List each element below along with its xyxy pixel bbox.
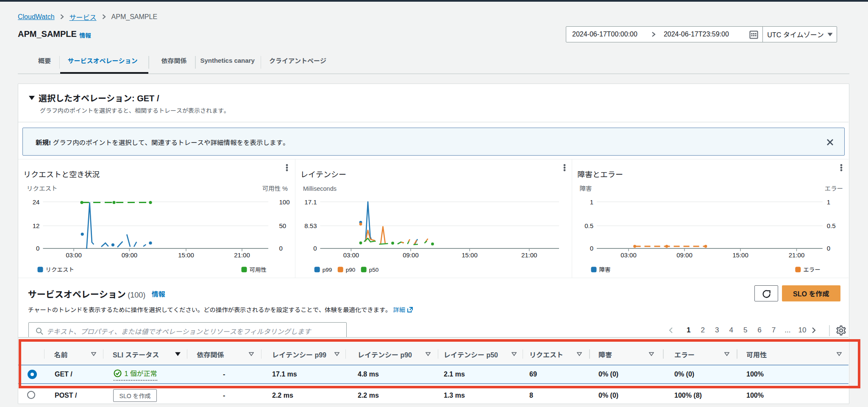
svg-text:0: 0: [36, 245, 39, 252]
svg-text:12: 12: [33, 222, 40, 229]
svg-text:21:00: 21:00: [789, 251, 805, 259]
svg-text:15:00: 15:00: [178, 251, 194, 259]
svg-text:0: 0: [590, 245, 593, 252]
svg-text:100: 100: [279, 198, 290, 206]
svg-text:リクエスト: リクエスト: [27, 185, 58, 192]
svg-text:09:00: 09:00: [403, 251, 419, 259]
svg-text:0: 0: [279, 245, 283, 252]
svg-text:09:00: 09:00: [122, 251, 138, 259]
svg-text:可用性 %: 可用性 %: [262, 185, 288, 192]
svg-text:エラー: エラー: [825, 185, 843, 192]
svg-text:障害: 障害: [580, 185, 592, 192]
svg-text:p50: p50: [369, 267, 379, 273]
svg-text:p99: p99: [323, 267, 332, 273]
svg-text:24: 24: [33, 198, 40, 206]
svg-text:50: 50: [279, 222, 287, 229]
svg-text:エラー: エラー: [803, 267, 821, 273]
svg-text:Milliseconds: Milliseconds: [303, 185, 337, 192]
svg-text:レイテンシー: レイテンシー: [300, 170, 346, 179]
svg-text:03:00: 03:00: [620, 251, 637, 259]
svg-text:15:00: 15:00: [462, 251, 478, 259]
svg-text:1: 1: [827, 198, 830, 206]
svg-text:8.53: 8.53: [304, 222, 317, 229]
svg-text:リクエストと空き状況: リクエストと空き状況: [23, 170, 100, 179]
svg-text:障害とエラー: 障害とエラー: [577, 170, 623, 179]
svg-text:リクエスト: リクエスト: [46, 267, 75, 273]
svg-text:可用性: 可用性: [250, 267, 267, 273]
svg-text:0.5: 0.5: [827, 222, 836, 229]
svg-text:03:00: 03:00: [343, 251, 359, 259]
svg-text:21:00: 21:00: [521, 251, 537, 259]
svg-text:1: 1: [590, 198, 593, 206]
svg-text:09:00: 09:00: [676, 251, 693, 259]
svg-text:21:00: 21:00: [234, 251, 250, 259]
svg-text:03:00: 03:00: [66, 251, 82, 259]
svg-text:0: 0: [313, 245, 317, 252]
svg-text:0.5: 0.5: [584, 222, 593, 229]
svg-text:p90: p90: [346, 267, 356, 273]
svg-text:障害: 障害: [599, 267, 611, 273]
svg-text:15:00: 15:00: [732, 251, 748, 259]
svg-text:17.1: 17.1: [304, 198, 317, 206]
svg-text:0: 0: [827, 245, 830, 252]
